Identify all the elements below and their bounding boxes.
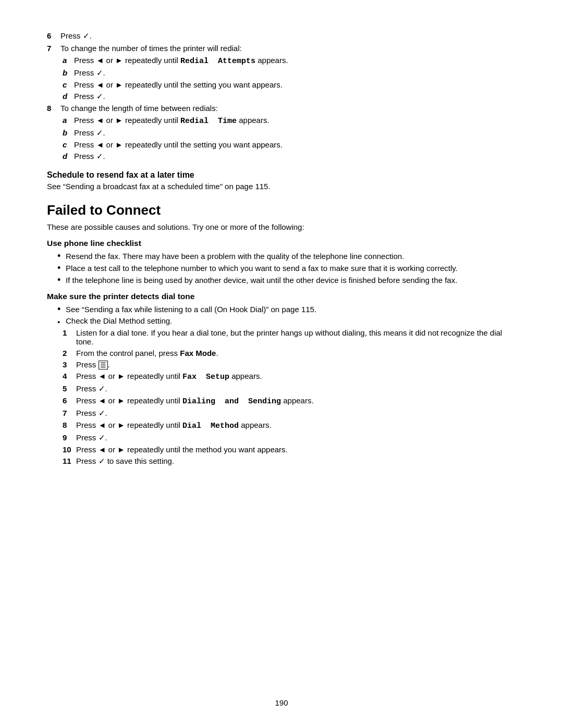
dial-step-2: 2 From the control panel, press Fax Mode…	[63, 349, 516, 357]
step-7-row: 7 To change the number of times the prin…	[47, 44, 516, 53]
dial-step-3-text: Press ☰.	[76, 360, 110, 369]
dial-step-11-text: Press ✓ to save this setting.	[76, 456, 174, 466]
checkmark-8d: ✓	[96, 152, 103, 161]
step-7-substeps: a Press ◄ or ► repeatedly until Redial A…	[63, 56, 516, 101]
step-7-num: 7	[47, 44, 60, 53]
code-7a: Redial Attempts	[180, 57, 255, 66]
dial-step-8: 8 Press ◄ or ► repeatedly until Dial Met…	[63, 421, 516, 430]
schedule-heading: Schedule to resend fax at a later time	[47, 170, 516, 180]
phone-checklist-bullets: • Resend the fax. There may have been a …	[57, 251, 516, 285]
step-6-num: 6	[47, 31, 60, 40]
dial-step-7-num: 7	[63, 409, 76, 417]
dial-step-10-text: Press ◄ or ► repeatedly until the method…	[76, 445, 288, 454]
arrow-right-8: ►	[117, 421, 125, 429]
checkmark-7b: ✓	[96, 68, 103, 77]
failed-connect-heading: Failed to Connect	[47, 202, 516, 218]
bullet-dot-d1: •	[57, 304, 66, 314]
step-8b-label: b	[63, 128, 74, 137]
phone-checklist-heading: Use phone line checklist	[47, 239, 516, 248]
dial-step-1-num: 1	[63, 328, 76, 337]
dial-step-2-num: 2	[63, 349, 76, 357]
dial-step-2-text: From the control panel, press Fax Mode.	[76, 349, 218, 357]
dial-step-7-text: Press ✓.	[76, 409, 107, 418]
bullet-phone-1-text: Resend the fax. There may have been a pr…	[66, 252, 516, 261]
bullet-phone-3-text: If the telephone line is being used by a…	[66, 276, 516, 285]
step-8-num: 8	[47, 104, 60, 113]
arrow-left-8a: ◄	[96, 116, 104, 125]
dial-step-9: 9 Press ✓.	[63, 433, 516, 442]
step-7a: a Press ◄ or ► repeatedly until Redial A…	[63, 56, 516, 66]
step-8d-label: d	[63, 152, 74, 161]
step-7d: d Press ✓.	[63, 92, 516, 101]
arrow-left-4: ◄	[99, 372, 106, 380]
arrow-left-8: ◄	[99, 421, 106, 429]
dial-step-9-num: 9	[63, 433, 76, 442]
dial-step-7: 7 Press ✓.	[63, 409, 516, 418]
code-8a: Redial Time	[180, 117, 237, 126]
bullet-dot-d2: ●	[57, 318, 66, 325]
arrow-left-6: ◄	[99, 396, 106, 405]
step-7a-label: a	[63, 56, 74, 65]
dial-step-11-num: 11	[63, 456, 76, 465]
step-7d-content: Press ✓.	[74, 92, 516, 101]
checkmark-ds9: ✓	[99, 433, 105, 442]
step-8a-content: Press ◄ or ► repeatedly until Redial Tim…	[74, 116, 516, 126]
dial-step-11: 11 Press ✓ to save this setting.	[63, 456, 516, 466]
bullet-dial-2-text: Check the Dial Method setting.	[66, 316, 516, 325]
step-8b-content: Press ✓.	[74, 128, 516, 138]
checkmark-ds11: ✓	[99, 456, 105, 465]
dial-step-4-text: Press ◄ or ► repeatedly until Fax Setup …	[76, 372, 262, 381]
bullet-dial-2: ● Check the Dial Method setting.	[57, 316, 516, 325]
bullet-dial-1-text: See “Sending a fax while listening to a …	[66, 305, 516, 314]
bullet-phone-3: • If the telephone line is being used by…	[57, 275, 516, 285]
step-8b: b Press ✓.	[63, 128, 516, 138]
step-7c-label: c	[63, 80, 74, 89]
bullet-phone-2-text: Place a test call to the telephone numbe…	[66, 264, 516, 273]
dial-step-3: 3 Press ☰.	[63, 360, 516, 369]
step-7a-content: Press ◄ or ► repeatedly until Redial Att…	[74, 56, 516, 66]
checkmark-5: ✓	[99, 384, 105, 393]
dial-step-1-text: Listen for a dial tone. If you hear a di…	[76, 328, 516, 346]
step-8d-content: Press ✓.	[74, 152, 516, 161]
code-8: Dial Method	[182, 422, 239, 430]
arrow-right-7c: ►	[115, 80, 123, 89]
arrow-right-8a: ►	[115, 116, 123, 125]
menu-icon: ☰	[99, 361, 108, 369]
step-6-top: 6 Press ✓.	[47, 31, 516, 41]
dial-tone-bullets: • See “Sending a fax while listening to …	[57, 304, 516, 325]
dial-step-6-num: 6	[63, 396, 76, 405]
checkmark-ds7: ✓	[99, 409, 105, 417]
dial-step-6: 6 Press ◄ or ► repeatedly until Dialing …	[63, 396, 516, 406]
step-7-content: To change the number of times the printe…	[60, 44, 516, 53]
step-7b-label: b	[63, 68, 74, 77]
bullet-dial-1: • See “Sending a fax while listening to …	[57, 304, 516, 314]
dial-step-4: 4 Press ◄ or ► repeatedly until Fax Setu…	[63, 372, 516, 381]
arrow-right-4: ►	[117, 372, 125, 380]
checkmark-6: ✓	[83, 31, 90, 40]
arrow-right-10: ►	[117, 445, 125, 454]
arrow-right-6: ►	[117, 396, 125, 405]
dial-step-4-num: 4	[63, 372, 76, 380]
checkmark-7d: ✓	[96, 92, 103, 101]
step-8-substeps: a Press ◄ or ► repeatedly until Redial T…	[63, 116, 516, 161]
step-6-content: Press ✓.	[60, 31, 516, 41]
step-8c: c Press ◄ or ► repeatedly until the sett…	[63, 140, 516, 149]
failed-connect-intro: These are possible causes and solutions.…	[47, 223, 516, 231]
bullet-dot-2: •	[57, 263, 66, 273]
dial-step-10: 10 Press ◄ or ► repeatedly until the met…	[63, 445, 516, 454]
step-8c-content: Press ◄ or ► repeatedly until the settin…	[74, 140, 516, 149]
dial-step-1: 1 Listen for a dial tone. If you hear a …	[63, 328, 516, 346]
dial-step-5-text: Press ✓.	[76, 384, 107, 393]
code-6: Dialing and Sending	[182, 397, 281, 406]
step-7b-content: Press ✓.	[74, 68, 516, 78]
step-8d: d Press ✓.	[63, 152, 516, 161]
dial-step-10-num: 10	[63, 445, 76, 454]
dial-tone-heading: Make sure the printer detects dial tone	[47, 292, 516, 301]
step-7d-label: d	[63, 92, 74, 101]
code-4: Fax Setup	[182, 373, 229, 381]
dial-step-9-text: Press ✓.	[76, 433, 107, 442]
dial-step-5: 5 Press ✓.	[63, 384, 516, 393]
dial-step-8-text: Press ◄ or ► repeatedly until Dial Metho…	[76, 421, 272, 430]
arrow-right-8c: ►	[115, 140, 123, 149]
arrow-right-7a: ►	[115, 56, 123, 65]
